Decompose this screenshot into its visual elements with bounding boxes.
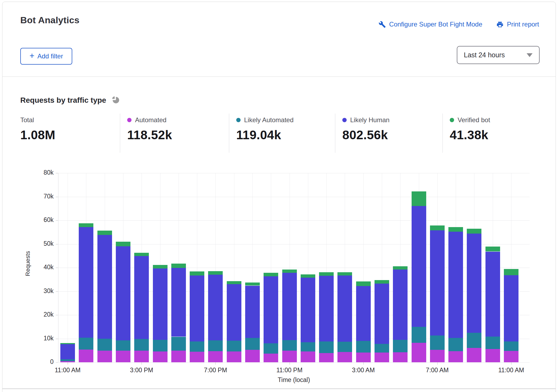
bar-segment-likely-human [264,276,278,344]
x-tick-11-00-am-0 [68,362,68,365]
bar-segment-automated [190,352,204,362]
bar-segment-automated [504,351,518,362]
bar-segment-likely-automated [393,340,408,352]
bar-13-12-00-am[interactable] [301,274,315,362]
bar-8-7-00-pm[interactable] [208,271,223,362]
x-tick-11-00-pm-3 [290,362,290,365]
print-report-link[interactable]: Print report [496,21,539,28]
bar-segment-likely-automated [97,339,112,351]
bar-segment-verified-bot [337,272,352,275]
y-tick-10k [56,339,58,339]
stat-divider-1 [229,114,229,153]
y-tick-20k [56,315,58,315]
bar-segment-automated [171,351,186,362]
bar-16-3-00-am[interactable] [356,281,371,362]
bar-segment-likely-human [504,275,518,341]
bar-segment-verified-bot [412,191,426,206]
bar-17-4-00-am[interactable] [375,280,389,362]
bar-segment-likely-automated [116,340,130,351]
bar-segment-automated [467,348,481,362]
y-tick-50k [56,244,58,244]
bar-segment-likely-automated [264,343,278,354]
stat-item-total: Total1.08M [20,116,55,142]
configure-super-bot-fight-mode-link[interactable]: Configure Super Bot Fight Mode [379,21,482,28]
bar-segment-likely-human [79,227,93,338]
bar-segment-likely-human [430,230,445,335]
bar-segment-automated [448,351,463,362]
bar-11-10-00-pm[interactable] [264,273,278,362]
bar-15-2-00-am[interactable] [337,272,352,362]
bar-21-8-00-am[interactable] [448,227,463,363]
bar-4-3-00-pm[interactable] [134,253,149,362]
bar-22-9-00-am[interactable] [467,229,481,362]
h-gridline-80k [58,173,530,173]
stat-label: Likely Automated [244,116,294,124]
bar-5-4-00-pm[interactable] [153,265,168,363]
bar-20-7-00-am[interactable] [430,225,445,362]
bar-segment-likely-automated [282,340,297,351]
y-tick-70k [56,197,58,197]
bar-segment-verified-bot [60,343,75,344]
bar-segment-automated [153,351,168,362]
bar-23-10-00-am[interactable] [485,247,500,362]
time-range-value: Last 24 hours [464,51,505,59]
bar-6-5-00-pm[interactable] [171,264,186,362]
bar-12-11-00-pm[interactable] [282,270,297,362]
bar-segment-likely-human [319,276,334,341]
y-tick-40k [56,268,58,268]
bar-segment-verified-bot [116,242,130,246]
bar-3-2-00-pm[interactable] [116,242,130,362]
y-tick-label-40k: 40k [21,264,54,271]
stat-item-automated: Automated118.52k [127,116,172,142]
bar-1-12-00-pm[interactable] [79,223,93,362]
x-tick-7-00-am-5 [437,362,438,365]
y-tick-label-80k: 80k [21,169,54,176]
bar-24-11-00-am[interactable] [504,269,518,362]
bar-10-9-00-pm[interactable] [245,283,260,362]
caret-down-icon [527,53,533,57]
bar-segment-verified-bot [134,253,149,256]
legend-dot-likely-automated [236,118,241,122]
bar-18-5-00-am[interactable] [393,266,408,362]
bar-2-1-00-pm[interactable] [97,231,112,363]
x-tick-label-11-00-am-0: 11:00 AM [42,367,93,374]
stat-header: Likely Human [342,116,389,124]
h-gridline-0 [58,362,530,363]
header-links: Configure Super Bot Fight Mode Print rep… [379,21,539,28]
bar-14-1-00-am[interactable] [319,272,334,362]
bar-segment-verified-bot [245,283,260,285]
bar-segment-verified-bot [319,272,334,276]
section-title: Requests by traffic type [20,96,106,105]
bar-segment-verified-bot [301,274,315,277]
bar-7-6-00-pm[interactable] [190,271,204,362]
bar-segment-likely-human [134,256,149,339]
bar-segment-automated [356,353,371,362]
bar-segment-verified-bot [430,225,445,230]
bar-0-11-00-am[interactable] [60,343,75,362]
stat-label: Automated [135,116,166,124]
stat-value: 119.04k [236,128,294,142]
bar-segment-likely-human [227,284,241,341]
bar-segment-likely-human [301,278,315,343]
add-filter-label: Add filter [37,52,63,60]
bar-9-8-00-pm[interactable] [227,281,241,362]
y-tick-label-0: 0 [21,358,54,366]
bar-segment-likely-human [356,286,371,341]
bar-segment-automated [227,351,241,362]
x-tick-label-11-00-am-6: 11:00 AM [485,367,537,374]
bar-segment-likely-automated [430,335,445,350]
bar-segment-likely-automated [153,340,168,351]
legend-dot-likely-human [342,118,347,122]
bar-segment-automated [375,353,389,362]
bar-19-6-00-am[interactable] [412,191,426,362]
add-filter-button[interactable]: + Add filter [20,48,72,65]
stat-label: Total [20,116,34,124]
bar-segment-likely-automated [245,338,260,350]
time-range-select[interactable]: Last 24 hours [457,46,540,64]
bar-segment-automated [79,350,93,362]
bar-segment-automated [301,351,315,362]
bar-segment-verified-bot [393,266,408,270]
stat-header: Likely Automated [236,116,294,124]
bar-segment-likely-human [393,270,408,340]
bar-segment-likely-automated [79,338,93,350]
